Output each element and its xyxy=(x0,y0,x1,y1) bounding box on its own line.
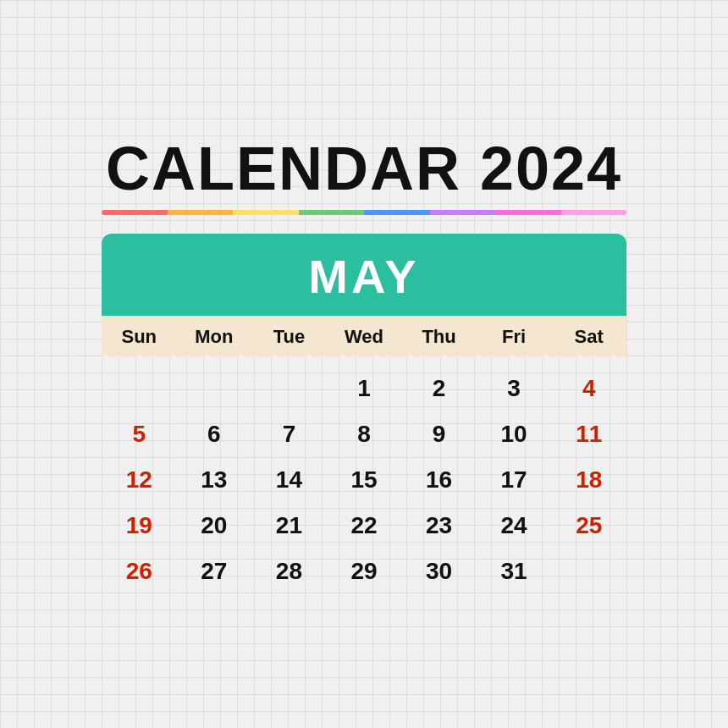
calendar-day: 6 xyxy=(177,414,252,455)
calendar-day: 22 xyxy=(327,505,402,546)
day-header-tue: Tue xyxy=(251,326,327,348)
calendar-day: 0 xyxy=(551,551,626,592)
calendar-day: 24 xyxy=(477,505,552,546)
calendar-day: 14 xyxy=(251,460,327,500)
calendar-container: CALENDAR 2024 MAY SunMonTueWedThuFriSat … xyxy=(102,134,626,595)
day-header-fri: Fri xyxy=(477,326,552,348)
calendar-grid: 0001234567891011121314151617181920212223… xyxy=(102,365,626,595)
day-header-sat: Sat xyxy=(551,326,626,348)
day-header-thu: Thu xyxy=(401,326,477,348)
calendar-day: 0 xyxy=(102,368,177,409)
calendar-day: 9 xyxy=(401,414,477,455)
calendar-day: 26 xyxy=(102,551,177,592)
rainbow-bar xyxy=(102,210,626,215)
month-header: MAY xyxy=(102,234,626,316)
calendar-day: 28 xyxy=(251,551,327,592)
calendar-day: 10 xyxy=(477,414,552,455)
day-header-mon: Mon xyxy=(177,326,252,348)
calendar-day: 17 xyxy=(477,460,552,500)
calendar-day: 1 xyxy=(327,368,402,409)
calendar-day: 16 xyxy=(401,460,477,500)
calendar-day: 18 xyxy=(551,460,626,500)
calendar-day: 23 xyxy=(401,505,477,546)
calendar-day: 3 xyxy=(477,368,552,409)
calendar-day: 5 xyxy=(102,414,177,455)
calendar-day: 21 xyxy=(251,505,327,546)
calendar-day: 12 xyxy=(102,460,177,500)
calendar-day: 31 xyxy=(477,551,552,592)
calendar-day: 0 xyxy=(251,368,327,409)
calendar-day: 11 xyxy=(551,414,626,455)
calendar-day: 15 xyxy=(327,460,402,500)
calendar-day: 4 xyxy=(551,368,626,409)
calendar-day: 0 xyxy=(177,368,252,409)
calendar-day: 19 xyxy=(102,505,177,546)
calendar-day: 29 xyxy=(327,551,402,592)
calendar-day: 7 xyxy=(251,414,327,455)
calendar-day: 13 xyxy=(177,460,252,500)
calendar-day: 27 xyxy=(177,551,252,592)
calendar-day: 8 xyxy=(327,414,402,455)
days-header: SunMonTueWedThuFriSat xyxy=(102,316,626,356)
month-name: MAY xyxy=(102,249,626,304)
calendar-day: 30 xyxy=(401,551,477,592)
day-header-sun: Sun xyxy=(102,326,177,348)
day-header-wed: Wed xyxy=(327,326,402,348)
calendar-day: 25 xyxy=(551,505,626,546)
calendar-day: 20 xyxy=(177,505,252,546)
calendar-title: CALENDAR 2024 xyxy=(102,134,626,203)
calendar-day: 2 xyxy=(401,368,477,409)
